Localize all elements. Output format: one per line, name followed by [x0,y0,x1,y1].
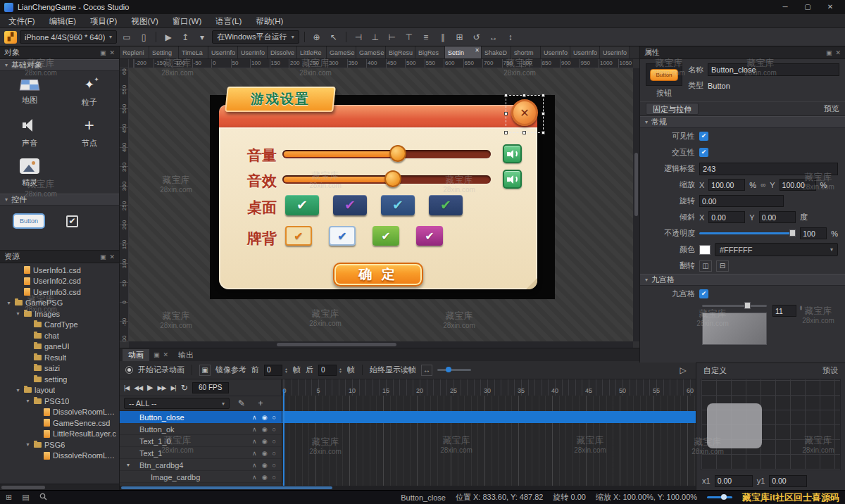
opacity-slider[interactable] [699,232,796,234]
tree-item[interactable]: GameSence.csd [0,417,119,429]
tree-expander[interactable]: ▾ [25,398,31,404]
cardback-option-1[interactable]: ✔ [285,226,312,246]
timeline-track-row[interactable]: Button_close ∧ ◉ ○ [120,411,696,423]
scale9-checkbox[interactable]: ✔ [699,289,708,298]
cardback-label[interactable]: 牌背 [247,229,277,248]
volume-slider-knob[interactable] [389,145,406,162]
interactive-checkbox[interactable]: ✔ [699,148,708,157]
align-tool-icon[interactable]: ⊤ [402,30,416,44]
tree-item[interactable]: DissolveRoomLaye [0,407,119,418]
align-tool-icon[interactable]: ↺ [470,30,484,44]
add-animation-icon[interactable]: + [254,396,268,410]
dock-icon[interactable]: ▣ [154,351,160,358]
track-keyframe-icon[interactable]: ○ [273,474,276,481]
tab-close-icon[interactable]: ✕ [475,47,480,53]
canvas-tab[interactable]: BigResu ✕ [386,46,415,58]
status-zoom-slider[interactable] [707,496,732,498]
tree-item[interactable]: ganeUI [0,341,119,353]
tab-fixed-stretch[interactable]: 固定与拉伸 [646,103,699,115]
scale-x-input[interactable] [708,179,745,191]
close-icon[interactable]: ✕ [835,49,841,56]
align-tool-icon[interactable]: ⊢ [385,30,399,44]
track-expander[interactable]: ▾ [124,462,132,468]
first-frame-button[interactable]: |◀ [124,384,129,391]
flip-vertical-icon[interactable]: ⊟ [716,260,729,272]
menu-item[interactable]: 编辑(E) [42,14,83,28]
track-collapse-icon[interactable]: ∧ [252,426,257,433]
selection-handle[interactable] [542,131,545,134]
canvas-tab[interactable]: GameSe ✕ [356,46,386,58]
desktop-option-1[interactable]: ✔ [285,195,319,215]
tree-item[interactable]: DissolveRoomLaye [0,451,119,462]
timeline-track-row[interactable]: Button_ok ∧ ◉ ○ [120,423,696,435]
align-tool-icon[interactable]: ⊥ [368,30,382,44]
align-tool-icon[interactable]: ≡ [419,30,433,44]
track-eye-icon[interactable]: ◉ [262,474,268,481]
tree-item[interactable]: ▾ PSG10 [0,396,119,407]
track-collapse-icon[interactable]: ∧ [252,474,257,481]
timeline-frame-ruler[interactable]: 051015202530354045505560 [282,379,696,396]
selection-handle[interactable] [522,94,526,97]
y1-input[interactable] [769,475,807,487]
always-show-frames-button[interactable]: 始终显示读帧 [370,365,416,375]
object-palette-item[interactable]: 节点 [60,112,120,153]
skew-y-input[interactable] [759,211,796,223]
resources-hscrollbar[interactable] [0,484,119,490]
publish-button[interactable]: ↥ [178,30,192,44]
after-frames-input[interactable] [318,365,337,376]
selection-box[interactable] [506,95,544,133]
menu-item[interactable]: 项目(P) [83,14,124,28]
close-icon[interactable]: ✕ [109,49,115,56]
align-tool-icon[interactable]: ↕ [503,30,518,44]
track-eye-icon[interactable]: ◉ [262,426,268,433]
canvas-tab[interactable]: ShakeD ✕ [482,46,511,58]
tree-item[interactable]: UserInfo1.csd [0,265,119,276]
timeline-playhead[interactable] [283,389,284,486]
mirror-reference-button[interactable]: 镜像参考 [215,365,246,375]
close-window-button[interactable]: ✕ [820,1,841,13]
selection-handle[interactable] [542,94,545,97]
loop-button[interactable]: ↻ [181,383,187,393]
tab-preview[interactable]: 预览 [824,103,839,114]
tree-item[interactable]: chat [0,330,119,341]
link-scale-icon[interactable]: ∞ [760,181,765,189]
canvas-tab[interactable]: UserInfo ✕ [541,46,570,58]
menu-item[interactable]: 窗口(W) [165,14,209,28]
sfx-label[interactable]: 音效 [247,171,277,191]
tree-item[interactable]: ▾ PSG6 [0,439,119,451]
frame-zoom-icon[interactable]: ↔ [421,365,432,376]
select-tool-icon[interactable]: ↖ [327,30,341,44]
desktop-label[interactable]: 桌面 [247,198,277,218]
track-keyframe-icon[interactable]: ○ [273,414,276,421]
track-eye-icon[interactable]: ◉ [262,438,268,445]
scene-tool-icon[interactable]: ▞ [4,31,17,44]
rotate-input[interactable] [699,195,784,207]
device-select[interactable]: iPhone 4/4S(960 * 640) ▾ [20,30,117,44]
tab-output[interactable]: 输出 [173,349,199,361]
checkbox-widget[interactable]: ✔ [66,215,78,227]
timeline-track-row[interactable]: Image_cardbg ∧ ◉ ○ [120,471,696,483]
visible-checkbox[interactable]: ✔ [699,132,708,141]
layout-grid-icon[interactable]: ⊞ [6,493,12,502]
volume-mute-button[interactable] [503,144,522,163]
tree-item[interactable]: UserInfo2.csd [0,276,119,287]
timeline-track-row[interactable]: Text_1 ∧ ◉ ○ [120,447,696,459]
canvas-tab[interactable]: UserInfo ✕ [208,46,238,58]
next-frame-button[interactable]: ▶▶ [158,384,166,391]
canvas-landscape-icon[interactable]: ▭ [120,30,134,44]
flip-horizontal-icon[interactable]: ◫ [699,260,712,272]
desktop-option-3[interactable]: ✔ [381,195,415,215]
canvas-vscrollbar[interactable] [633,68,639,341]
track-eye-icon[interactable]: ◉ [262,462,268,469]
selection-handle[interactable] [522,131,526,134]
sfx-slider[interactable] [282,175,491,184]
close-icon[interactable]: ✕ [109,253,115,260]
selection-handle[interactable] [542,112,545,115]
color-select[interactable]: #FFFFFF ▾ [715,243,838,256]
scene-stage[interactable]: 游戏设置 音量 音效 [210,95,555,299]
pan-tool-icon[interactable]: ⊕ [310,30,324,44]
tag-input[interactable] [699,163,838,175]
scale9-preview[interactable] [702,313,767,345]
tree-item[interactable]: Result [0,352,119,363]
object-palette-item[interactable]: 声音 [0,112,60,153]
